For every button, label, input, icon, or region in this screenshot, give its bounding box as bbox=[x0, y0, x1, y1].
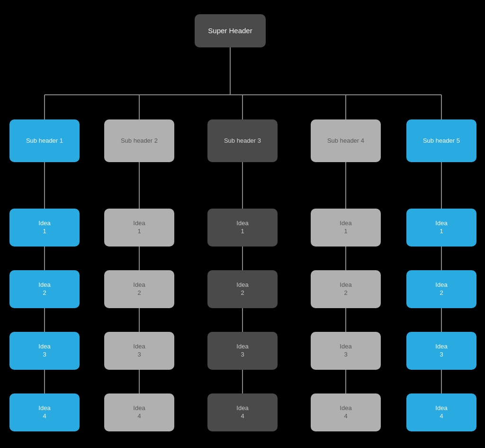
idea-1-2-label: Idea2 bbox=[38, 281, 50, 297]
idea-3-3-label: Idea3 bbox=[236, 343, 248, 359]
idea-2-3-label: Idea3 bbox=[133, 343, 145, 359]
super-header: Super Header bbox=[195, 14, 266, 47]
idea-5-3: Idea3 bbox=[406, 332, 476, 370]
sub-header-5-label: Sub header 5 bbox=[423, 137, 460, 145]
idea-1-1: Idea1 bbox=[9, 209, 80, 247]
sub-header-1-label: Sub header 1 bbox=[26, 137, 63, 145]
idea-3-4-label: Idea4 bbox=[236, 404, 248, 421]
idea-4-1: Idea1 bbox=[311, 209, 381, 247]
idea-3-2-label: Idea2 bbox=[236, 281, 248, 297]
idea-5-4: Idea4 bbox=[406, 393, 476, 431]
idea-5-4-label: Idea4 bbox=[435, 404, 447, 421]
sub-header-2: Sub header 2 bbox=[104, 119, 174, 162]
idea-5-3-label: Idea3 bbox=[435, 343, 447, 359]
idea-2-2-label: Idea2 bbox=[133, 281, 145, 297]
idea-2-4-label: Idea4 bbox=[133, 404, 145, 421]
idea-2-1: Idea1 bbox=[104, 209, 174, 247]
idea-3-1-label: Idea1 bbox=[236, 219, 248, 236]
idea-1-3: Idea3 bbox=[9, 332, 80, 370]
sub-header-3-label: Sub header 3 bbox=[224, 137, 261, 145]
idea-2-2: Idea2 bbox=[104, 270, 174, 308]
idea-3-3: Idea3 bbox=[207, 332, 278, 370]
idea-5-2-label: Idea2 bbox=[435, 281, 447, 297]
idea-2-4: Idea4 bbox=[104, 393, 174, 431]
idea-3-4: Idea4 bbox=[207, 393, 278, 431]
sub-header-1: Sub header 1 bbox=[9, 119, 80, 162]
idea-4-2-label: Idea2 bbox=[340, 281, 351, 297]
idea-4-3: Idea3 bbox=[311, 332, 381, 370]
idea-5-2: Idea2 bbox=[406, 270, 476, 308]
idea-1-3-label: Idea3 bbox=[38, 343, 50, 359]
idea-2-1-label: Idea1 bbox=[133, 219, 145, 236]
idea-1-2: Idea2 bbox=[9, 270, 80, 308]
idea-3-2: Idea2 bbox=[207, 270, 278, 308]
sub-header-3: Sub header 3 bbox=[207, 119, 278, 162]
sub-header-4-label: Sub header 4 bbox=[327, 137, 364, 145]
idea-4-3-label: Idea3 bbox=[340, 343, 351, 359]
idea-4-4-label: Idea4 bbox=[340, 404, 351, 421]
sub-header-4: Sub header 4 bbox=[311, 119, 381, 162]
idea-1-4-label: Idea4 bbox=[38, 404, 50, 421]
idea-1-4: Idea4 bbox=[9, 393, 80, 431]
super-header-label: Super Header bbox=[208, 26, 252, 36]
idea-4-2: Idea2 bbox=[311, 270, 381, 308]
idea-2-3: Idea3 bbox=[104, 332, 174, 370]
tree-container: Super Header Sub header 1 Idea1 Idea2 Id… bbox=[0, 0, 485, 448]
sub-header-2-label: Sub header 2 bbox=[121, 137, 158, 145]
sub-header-5: Sub header 5 bbox=[406, 119, 476, 162]
idea-4-1-label: Idea1 bbox=[340, 219, 351, 236]
idea-1-1-label: Idea1 bbox=[38, 219, 50, 236]
idea-4-4: Idea4 bbox=[311, 393, 381, 431]
idea-5-1-label: Idea1 bbox=[435, 219, 447, 236]
idea-3-1: Idea1 bbox=[207, 209, 278, 247]
idea-5-1: Idea1 bbox=[406, 209, 476, 247]
